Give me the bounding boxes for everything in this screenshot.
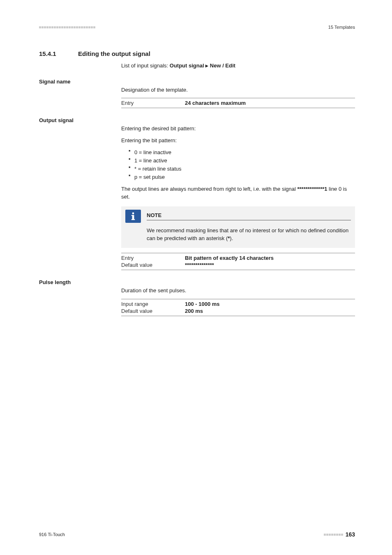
- entry-row: Entry 24 characters maximum: [121, 100, 355, 106]
- entry-row: Input range 100 - 1000 ms: [121, 301, 355, 307]
- svg-rect-3: [131, 219, 135, 220]
- entry-val: Bit pattern of exactly 14 characters: [185, 255, 274, 261]
- section-number: 15.4.1: [39, 50, 78, 57]
- page-header: 15 Templates: [39, 25, 355, 30]
- intro-prefix: List of input signals:: [121, 62, 170, 69]
- range-key: Input range: [121, 301, 185, 307]
- pulse-length-label: Pulse length: [39, 279, 355, 285]
- divider: [147, 220, 351, 220]
- svg-rect-2: [131, 215, 133, 216]
- section-heading: 15.4.1 Editing the output signal: [39, 50, 355, 57]
- svg-point-0: [132, 212, 134, 214]
- list-item: * = retain line status: [129, 165, 355, 173]
- default-key: Default value: [121, 308, 185, 314]
- list-item: 1 = line active: [129, 157, 355, 165]
- footer-squares-icon: [324, 534, 343, 536]
- intro-line: List of input signals: Output signal ▸ N…: [121, 62, 355, 69]
- output-after: The output lines are always numbered fro…: [121, 185, 355, 200]
- page-number: 163: [346, 531, 355, 538]
- note-label: NOTE: [147, 212, 351, 218]
- divider: [121, 108, 355, 108]
- entry-val: 24 characters maximum: [185, 100, 246, 106]
- pulse-desc: Duration of the sent pulses.: [121, 287, 355, 294]
- page-footer: 916 Ti-Touch 163: [39, 531, 355, 538]
- after-prefix: The output lines are always numbered fro…: [121, 186, 297, 192]
- divider: [121, 98, 355, 98]
- divider: [121, 270, 355, 270]
- signal-name-label: Signal name: [39, 79, 355, 85]
- output-desc2: Entering the bit pattern:: [121, 137, 355, 144]
- output-desc1: Entering the desired bit pattern:: [121, 125, 355, 132]
- entry-row: Default value **************: [121, 262, 355, 268]
- entry-key: Entry: [121, 255, 185, 261]
- header-squares-icon: [39, 26, 95, 28]
- entry-row: Entry Bit pattern of exactly 14 characte…: [121, 255, 355, 261]
- signal-name-desc: Designation of the template.: [121, 86, 355, 94]
- footer-left: 916 Ti-Touch: [39, 532, 65, 537]
- output-signal-label: Output signal: [39, 117, 355, 123]
- entry-row: Default value 200 ms: [121, 308, 355, 314]
- default-val: 200 ms: [185, 308, 203, 314]
- info-icon: [125, 210, 141, 223]
- divider: [121, 299, 355, 299]
- entry-key: Entry: [121, 100, 185, 106]
- list-item: 0 = line inactive: [129, 148, 355, 157]
- intro-bold: Output signal ▸ New / Edit: [170, 62, 235, 69]
- divider: [121, 253, 355, 253]
- bit-pattern-list: 0 = line inactive 1 = line active * = re…: [121, 148, 355, 182]
- header-label: 15 Templates: [328, 25, 355, 30]
- after-bold: *************1: [297, 186, 327, 192]
- note-text-prefix: We recommend masking lines that are of n…: [147, 227, 348, 241]
- note-text-suffix: ).: [230, 235, 233, 241]
- range-val: 100 - 1000 ms: [185, 301, 220, 307]
- default-val: **************: [185, 262, 214, 268]
- list-item: p = set pulse: [129, 173, 355, 181]
- note-box: NOTE We recommend masking lines that are…: [121, 206, 355, 248]
- default-key: Default value: [121, 262, 185, 268]
- note-text: We recommend masking lines that are of n…: [125, 227, 351, 243]
- divider: [121, 316, 355, 316]
- section-title: Editing the output signal: [78, 50, 150, 57]
